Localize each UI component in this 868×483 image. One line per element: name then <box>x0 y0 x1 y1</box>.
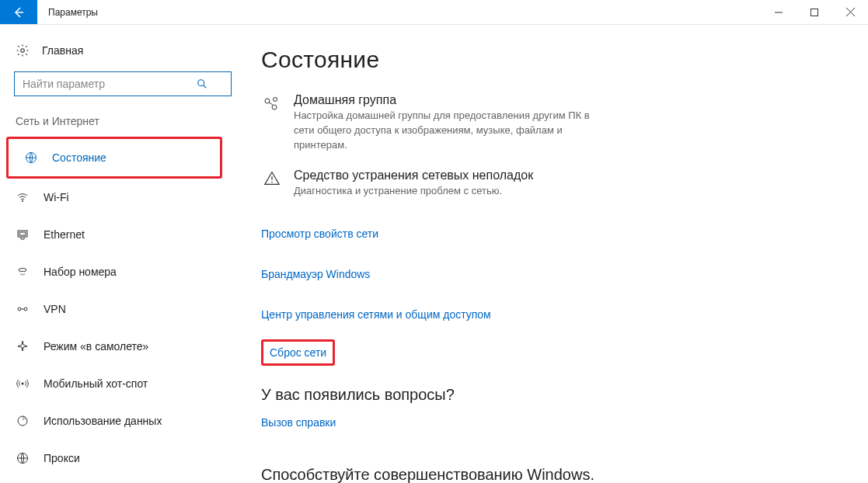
svg-rect-0 <box>811 9 818 16</box>
svg-point-8 <box>22 274 23 275</box>
hotspot-icon <box>16 377 30 390</box>
sidebar-item-dialup[interactable]: Набор номера <box>0 253 249 290</box>
sidebar-item-status[interactable]: Состояние <box>9 139 220 176</box>
link-network-reset[interactable]: Сброс сети <box>270 346 326 359</box>
sidebar-item-label: VPN <box>44 303 66 315</box>
globe-icon <box>24 151 38 164</box>
gear-icon <box>16 43 30 57</box>
sidebar-item-label: Состояние <box>52 151 106 164</box>
vpn-icon <box>16 303 30 315</box>
sidebar-item-label: Wi-Fi <box>44 191 69 203</box>
troubleshoot-block[interactable]: Средство устранения сетевых неполадок Ди… <box>261 169 845 199</box>
troubleshoot-desc: Диагностика и устранение проблем с сетью… <box>294 184 533 199</box>
homegroup-desc: Настройка домашней группы для предоставл… <box>294 109 605 153</box>
sidebar-item-ethernet[interactable]: Ethernet <box>0 216 249 253</box>
link-network-properties[interactable]: Просмотр свойств сети <box>261 228 378 240</box>
sidebar-item-label: Набор номера <box>44 266 117 278</box>
maximize-button[interactable] <box>797 0 832 24</box>
close-button[interactable] <box>832 0 868 24</box>
sidebar-item-label: Прокси <box>44 452 80 464</box>
sidebar-item-airplane[interactable]: Режим «в самолете» <box>0 328 249 365</box>
proxy-icon <box>16 452 30 464</box>
dialup-icon <box>16 266 30 278</box>
improve-heading: Способствуйте совершенствованию Windows. <box>261 466 845 483</box>
svg-point-9 <box>23 273 24 274</box>
home-nav[interactable]: Главная <box>0 37 249 64</box>
sidebar-item-datausage[interactable]: Использование данных <box>0 402 249 440</box>
sidebar-section-label: Сеть и Интернет <box>0 110 249 137</box>
arrow-left-icon <box>12 6 25 19</box>
sidebar-item-label: Мобильный хот-спот <box>44 377 148 390</box>
data-usage-icon <box>16 415 30 427</box>
sidebar-item-label: Режим «в самолете» <box>44 340 148 353</box>
minimize-icon <box>775 9 783 16</box>
troubleshoot-title: Средство устранения сетевых неполадок <box>294 169 533 182</box>
search-icon <box>197 78 207 89</box>
page-heading: Состояние <box>261 47 845 73</box>
back-button[interactable] <box>0 0 37 24</box>
sidebar-item-hotspot[interactable]: Мобильный хот-спот <box>0 365 249 402</box>
sidebar-item-label: Использование данных <box>44 415 162 427</box>
homegroup-block[interactable]: Домашняя группа Настройка домашней групп… <box>261 93 845 153</box>
link-firewall[interactable]: Брандмауэр Windows <box>261 268 370 280</box>
sidebar-item-proxy[interactable]: Прокси <box>0 440 249 477</box>
svg-point-10 <box>18 308 21 311</box>
wifi-icon <box>16 191 30 203</box>
svg-point-11 <box>24 308 27 311</box>
questions-heading: У вас появились вопросы? <box>261 386 845 404</box>
homegroup-icon <box>261 93 283 153</box>
sidebar-item-wifi[interactable]: Wi-Fi <box>0 179 249 216</box>
close-icon <box>846 8 855 16</box>
search-input[interactable]: Найти параметр <box>14 71 232 96</box>
svg-point-12 <box>22 383 24 385</box>
svg-rect-6 <box>19 232 26 235</box>
homegroup-title: Домашняя группа <box>294 93 605 107</box>
airplane-icon <box>16 340 30 353</box>
ethernet-icon <box>16 228 30 241</box>
svg-point-1 <box>21 49 25 53</box>
svg-point-16 <box>274 98 277 102</box>
window-title: Параметры <box>37 0 98 24</box>
svg-point-4 <box>22 200 23 202</box>
search-placeholder: Найти параметр <box>23 78 105 90</box>
svg-point-7 <box>20 273 21 274</box>
minimize-button[interactable] <box>761 0 797 24</box>
svg-point-17 <box>272 105 277 109</box>
home-label: Главная <box>42 44 83 57</box>
warning-icon <box>261 169 283 199</box>
sidebar-item-vpn[interactable]: VPN <box>0 290 249 328</box>
sidebar-item-label: Ethernet <box>44 228 85 241</box>
link-help[interactable]: Вызов справки <box>261 416 336 429</box>
link-network-center[interactable]: Центр управления сетями и общим доступом <box>261 308 491 321</box>
main-content: Состояние Домашняя группа Настройка дома… <box>249 25 868 483</box>
maximize-icon <box>810 9 818 16</box>
svg-point-2 <box>198 80 204 86</box>
sidebar: Главная Найти параметр Сеть и Интернет С… <box>0 25 249 483</box>
svg-point-18 <box>271 181 273 182</box>
